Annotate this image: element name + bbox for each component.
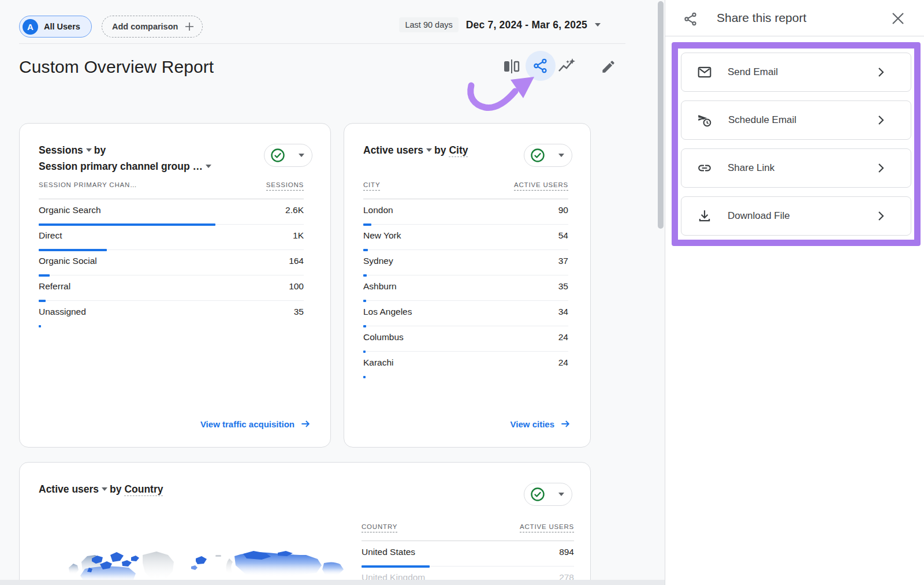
data-quality-badge[interactable]: [524, 144, 572, 167]
row-label: Columbus: [363, 332, 404, 342]
row-label: Organic Social: [39, 256, 97, 266]
row-value: 35: [558, 281, 568, 292]
arrow-right-icon: [300, 418, 311, 430]
data-quality-badge[interactable]: [264, 144, 312, 167]
row-separator: [39, 326, 304, 326]
row-separator: [363, 377, 568, 377]
active-users-by-city-card: Active usersby City CITY ACTIVE USERS Lo…: [344, 123, 591, 448]
sessions-by-channel-card: Sessionsby Session primary channel group…: [19, 123, 331, 448]
row-label: Ashburn: [363, 281, 397, 292]
row-label: Sydney: [363, 256, 393, 266]
view-cities-link[interactable]: View cities: [511, 418, 571, 430]
view-traffic-acquisition-link[interactable]: View traffic acquisition: [200, 418, 311, 430]
highlight-box: Send Email Schedule Email Share Link Dow…: [672, 42, 921, 246]
chevron-down-icon: [102, 487, 107, 491]
data-quality-badge[interactable]: [524, 483, 572, 506]
chevron-right-icon: [874, 209, 888, 223]
table-row: United States894: [362, 541, 574, 567]
topbar-divider: [19, 43, 625, 44]
row-value: 894: [559, 547, 574, 557]
panel-header: Share this report: [665, 0, 924, 36]
row-value: 24: [558, 332, 568, 342]
row-label: Referral: [39, 281, 70, 292]
metric-selector[interactable]: Active users: [363, 144, 434, 156]
table-row: Unassigned35: [39, 301, 304, 326]
table-row: Sydney37: [363, 250, 568, 275]
insights-icon[interactable]: [557, 56, 576, 76]
row-value: 1K: [293, 230, 304, 241]
column-header-dimension[interactable]: COUNTRY: [362, 523, 397, 532]
row-value: 100: [289, 281, 304, 292]
chevron-right-icon: [874, 113, 888, 127]
horizontal-scrollbar[interactable]: [0, 580, 665, 585]
audience-chip-label: All Users: [44, 22, 80, 31]
panel-title: Share this report: [717, 11, 806, 25]
table-row: New York54: [363, 225, 568, 250]
plus-icon: [185, 22, 194, 31]
edit-icon[interactable]: [601, 59, 616, 74]
row-value: 54: [558, 230, 568, 241]
row-label: Karachi: [363, 357, 394, 368]
row-value: 24: [558, 357, 568, 368]
annotation-arrow: [459, 69, 543, 115]
close-icon[interactable]: [892, 12, 904, 25]
schedule-email-icon: [697, 113, 713, 128]
table-row: Karachi24: [363, 352, 568, 377]
page-title: Custom Overview Report: [19, 57, 214, 77]
column-header-dimension[interactable]: CITY: [363, 181, 380, 191]
share-link-button[interactable]: Share Link: [681, 148, 911, 188]
table-row: Organic Search2.6K: [39, 199, 304, 225]
schedule-email-button[interactable]: Schedule Email: [681, 100, 911, 140]
chevron-down-icon: [426, 148, 432, 152]
download-file-button[interactable]: Download File: [681, 196, 911, 236]
vertical-scrollbar-thumb[interactable]: [658, 1, 664, 229]
add-comparison-label: Add comparison: [112, 22, 178, 31]
chevron-right-icon: [874, 65, 888, 79]
row-bar: [363, 376, 366, 378]
dimension-selector[interactable]: City: [449, 144, 468, 157]
audience-chip-all-users[interactable]: A All Users: [19, 16, 92, 38]
row-label: United States: [362, 547, 415, 557]
chevron-down-icon: [86, 148, 92, 152]
chevron-down-icon: [558, 154, 564, 157]
chevron-down-icon: [206, 165, 211, 168]
active-users-by-country-card: Active usersby Country: [19, 462, 591, 585]
column-header-metric[interactable]: ACTIVE USERS: [520, 523, 574, 532]
avatar: A: [23, 19, 38, 35]
row-bar: [39, 325, 41, 327]
table-row: London90: [363, 199, 568, 225]
row-value: 2.6K: [285, 205, 304, 215]
row-label: Organic Search: [39, 205, 101, 215]
row-value: 34: [558, 307, 568, 317]
row-label: Unassigned: [39, 307, 86, 317]
add-comparison-button[interactable]: Add comparison: [102, 16, 203, 38]
link-icon: [697, 161, 712, 176]
chevron-down-icon: [595, 23, 601, 27]
check-circle-icon: [530, 148, 545, 163]
dimension-selector[interactable]: Country: [124, 483, 163, 496]
column-header-dimension[interactable]: SESSION PRIMARY CHAN…: [39, 181, 137, 191]
chevron-down-icon: [299, 154, 304, 157]
row-label: London: [363, 205, 393, 215]
date-range-selector[interactable]: Last 90 days Dec 7, 2024 - Mar 6, 2025: [399, 17, 601, 32]
column-header-metric[interactable]: SESSIONS: [266, 181, 304, 191]
row-value: 90: [558, 205, 568, 215]
row-value: 35: [294, 307, 304, 317]
arrow-right-icon: [560, 418, 571, 430]
metric-selector[interactable]: Active users: [39, 483, 110, 495]
report-main-area: A All Users Add comparison Last 90 days …: [0, 0, 665, 585]
send-email-button[interactable]: Send Email: [681, 53, 911, 92]
card-title: Sessionsby Session primary channel group…: [39, 142, 214, 174]
dimension-selector[interactable]: Session primary channel group …: [39, 161, 214, 172]
table-row: Los Angeles34: [363, 301, 568, 326]
date-range-text: Dec 7, 2024 - Mar 6, 2025: [466, 19, 587, 31]
row-label: Direct: [39, 230, 62, 241]
metric-selector[interactable]: Sessions: [39, 144, 94, 156]
column-header-metric[interactable]: ACTIVE USERS: [514, 181, 568, 191]
check-circle-icon: [530, 487, 545, 502]
chevron-down-icon: [558, 493, 564, 496]
table-row: Organic Social164: [39, 250, 304, 275]
row-value: 37: [558, 256, 568, 266]
row-value: 164: [289, 256, 304, 266]
table-row: Ashburn35: [363, 275, 568, 301]
